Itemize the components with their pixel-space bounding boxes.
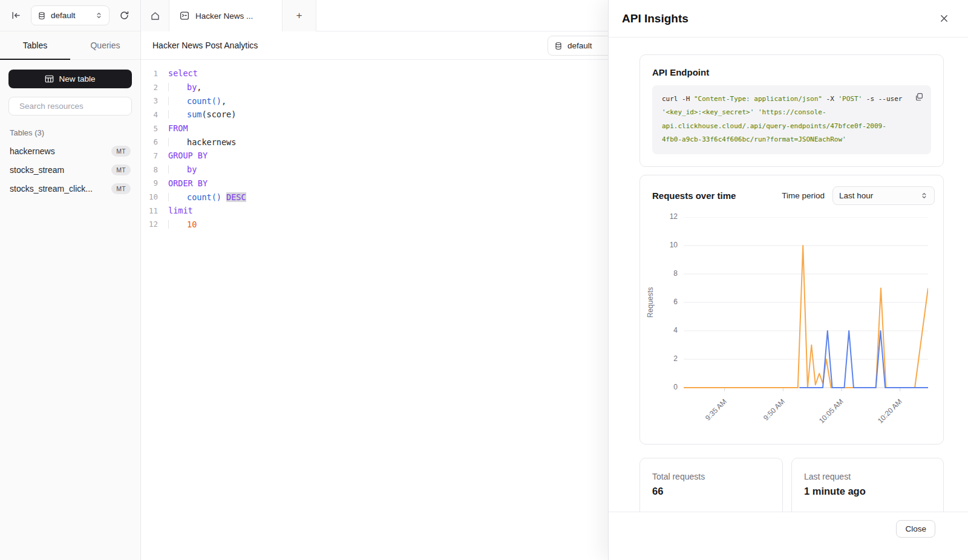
code-text: limit	[168, 206, 193, 215]
chart-header: Requests over time Time period Last hour	[652, 186, 935, 205]
total-requests-value: 66	[652, 486, 782, 497]
refresh-button[interactable]	[118, 9, 131, 22]
table-row[interactable]: stocks_streamMT	[8, 160, 132, 179]
chevron-up-down-icon	[95, 11, 103, 19]
sidebar-database-value: default	[51, 11, 90, 20]
y-tick-label: 0	[640, 383, 678, 391]
panel-title: API Insights	[622, 12, 688, 25]
sidebar-database-select[interactable]: default	[31, 5, 110, 25]
engine-badge: MT	[111, 164, 131, 175]
code-text: by,	[168, 82, 201, 92]
tab-queries[interactable]: Queries	[70, 31, 140, 59]
code-text: by	[168, 164, 197, 174]
panel-header: API Insights	[609, 0, 968, 37]
total-requests-card: Total requests 66	[639, 458, 783, 518]
copy-button[interactable]	[914, 91, 925, 103]
x-tick-label: 10:20 AM	[876, 397, 904, 425]
table-row[interactable]: stocks_stream_click...MT	[8, 179, 132, 198]
line-number: 12	[141, 220, 168, 229]
table-name: stocks_stream_click...	[10, 184, 93, 194]
search-box	[8, 97, 132, 116]
panel-footer: Close	[609, 512, 968, 560]
line-number: 4	[141, 110, 168, 119]
line-number: 8	[141, 165, 168, 174]
line-number: 6	[141, 137, 168, 146]
time-period-value: Last hour	[839, 191, 915, 200]
close-button[interactable]: Close	[896, 520, 935, 538]
time-period-control: Time period Last hour	[782, 186, 935, 205]
code-text: 10	[168, 220, 197, 229]
curl-code-block: curl -H "Content-Type: application/json"…	[652, 85, 931, 154]
sidebar-topbar: default	[0, 0, 140, 31]
y-tick-label: 12	[640, 212, 678, 221]
line-number: 1	[141, 69, 168, 78]
refresh-icon	[119, 10, 129, 21]
code-text: sum(score)	[168, 109, 236, 119]
y-tick-label: 8	[640, 269, 678, 278]
code-text: GROUP BY	[168, 151, 208, 160]
query-title: Hacker News Post Analytics	[152, 31, 258, 60]
code-text: FROM	[168, 123, 188, 133]
api-endpoint-card: API Endpoint curl -H "Content-Type: appl…	[639, 54, 944, 167]
database-icon	[554, 42, 563, 50]
database-icon	[38, 11, 46, 20]
tab-hacker-news[interactable]: Hacker News ...	[169, 0, 283, 31]
tables-section-label: Tables (3)	[10, 128, 131, 137]
x-tick-label: 9:50 AM	[762, 397, 786, 422]
code-text: hackernews	[168, 137, 236, 147]
new-table-button[interactable]: New table	[8, 70, 132, 88]
engine-badge: MT	[111, 183, 131, 194]
line-number: 2	[141, 83, 168, 92]
chevron-up-down-icon	[920, 192, 928, 200]
sidebar-body: New table Tables (3) hackernewsMTstocks_…	[0, 60, 140, 207]
line-number: 3	[141, 96, 168, 105]
code-text: count(),	[168, 96, 226, 106]
copy-icon	[915, 93, 924, 102]
add-tab-button[interactable]: +	[283, 0, 316, 31]
line-number: 9	[141, 178, 168, 187]
line-number: 11	[141, 206, 168, 215]
requests-chart-svg	[684, 217, 928, 394]
y-tick-label: 4	[640, 326, 678, 334]
last-request-card: Last request 1 minute ago	[791, 458, 944, 518]
last-request-value: 1 minute ago	[804, 486, 943, 497]
collapse-sidebar-button[interactable]	[10, 9, 22, 22]
curl-command: curl -H "Content-Type: application/json"…	[662, 95, 902, 143]
x-tick-label: 10:05 AM	[817, 397, 845, 425]
new-table-label: New table	[59, 74, 95, 83]
code-text: ORDER BY	[168, 178, 208, 188]
table-name: stocks_stream	[10, 165, 64, 175]
requests-chart-card: Requests over time Time period Last hour…	[639, 175, 944, 444]
code-text: select	[168, 68, 198, 78]
search-input[interactable]	[19, 102, 126, 111]
line-number: 10	[141, 192, 168, 201]
y-tick-label: 2	[640, 354, 678, 363]
last-request-label: Last request	[804, 472, 943, 481]
tab-label: Hacker News ...	[195, 11, 253, 21]
api-insights-panel: API Insights API Endpoint curl -H "Conte…	[608, 0, 968, 560]
close-panel-button[interactable]	[938, 13, 950, 24]
time-period-label: Time period	[782, 191, 825, 200]
table-row[interactable]: hackernewsMT	[8, 142, 132, 160]
time-period-select[interactable]: Last hour	[832, 186, 935, 205]
series_orange-line	[684, 246, 928, 388]
home-icon	[150, 11, 160, 21]
sidebar-tabs: Tables Queries	[0, 31, 140, 60]
y-tick-label: 6	[640, 298, 678, 306]
query-terminal-icon	[180, 11, 189, 21]
line-number: 7	[141, 151, 168, 160]
engine-badge: MT	[111, 146, 131, 157]
collapse-sidebar-icon	[11, 10, 21, 21]
tab-tables[interactable]: Tables	[0, 31, 70, 59]
close-icon	[940, 14, 949, 23]
chart-title: Requests over time	[652, 190, 736, 201]
table-grid-icon	[45, 74, 54, 83]
total-requests-label: Total requests	[652, 472, 782, 481]
x-tick-label: 9:35 AM	[704, 397, 728, 422]
home-button[interactable]	[141, 0, 169, 31]
code-text: count() DESC	[168, 192, 246, 202]
api-endpoint-title: API Endpoint	[652, 67, 931, 77]
tables-list: hackernewsMTstocks_streamMTstocks_stream…	[8, 142, 132, 198]
table-name: hackernews	[10, 146, 55, 156]
y-tick-label: 10	[640, 241, 678, 249]
